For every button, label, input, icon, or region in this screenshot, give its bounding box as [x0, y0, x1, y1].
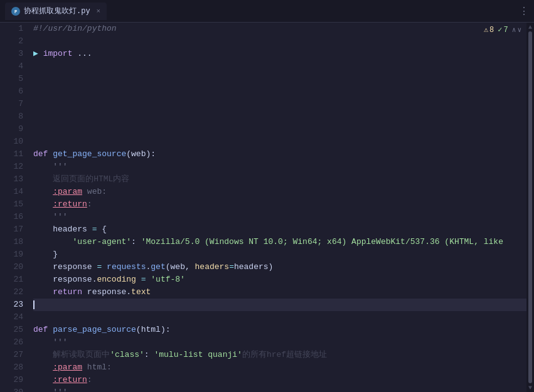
line-num-4: 4 — [0, 60, 23, 73]
line-num-24: 24 — [0, 311, 23, 324]
more-options-button[interactable]: ⋮ — [519, 5, 529, 18]
code-line-13: 返回页面的HTML内容 — [33, 173, 526, 186]
code-line-5 — [33, 73, 526, 85]
line-num-8: 8 — [0, 110, 23, 123]
line-num-18: 18 — [0, 236, 23, 248]
code-line-6 — [33, 85, 526, 98]
line-num-6: 6 — [0, 85, 23, 98]
svg-text:P: P — [14, 9, 17, 14]
line-num-26: 26 — [0, 336, 23, 349]
code-line-20: response = requests.get(web, headers=hea… — [33, 261, 526, 273]
line-num-13: 13 — [0, 173, 23, 186]
scroll-thumb[interactable] — [528, 31, 532, 383]
scroll-up-button[interactable]: ▲ — [527, 24, 533, 30]
code-line-28: :param html: — [33, 361, 526, 374]
code-line-15: :return: — [33, 198, 526, 211]
line-num-17: 17 — [0, 223, 23, 236]
line-num-25: 25 — [0, 324, 23, 336]
editor-body: ⚠ 8 ✓ 7 ∧ ∨ 1 2 3 4 5 6 7 8 9 10 11 1 — [0, 23, 534, 392]
file-tab[interactable]: P 协程抓取鬼吹灯.py × — [5, 3, 107, 20]
code-line-18: 'user-agent': 'Mozilla/5.0 (Windows NT 1… — [33, 236, 526, 248]
code-line-22: return response.text — [33, 286, 526, 299]
code-line-27: 解析读取页面中'class': 'mulu-list quanji'的所有hre… — [33, 349, 526, 361]
scroll-down-button[interactable]: ▼ — [527, 384, 533, 391]
code-line-29: :return: — [33, 374, 526, 386]
line-num-5: 5 — [0, 73, 23, 85]
tab-bar: P 协程抓取鬼吹灯.py × ⋮ — [0, 0, 534, 23]
code-line-17: headers = { — [33, 223, 526, 236]
code-line-3: ▶ import ... — [33, 48, 526, 60]
code-editor[interactable]: #!/usr/bin/python ▶ import ... def get_p… — [28, 23, 526, 392]
code-line-26: ''' — [33, 336, 526, 349]
line-num-19: 19 — [0, 248, 23, 261]
vertical-scrollbar[interactable]: ▲ ▼ — [526, 23, 534, 392]
line-num-7: 7 — [0, 98, 23, 110]
line-num-30: 30 — [0, 386, 23, 392]
line-num-28: 28 — [0, 361, 23, 374]
tab-filename: 协程抓取鬼吹灯.py — [24, 6, 90, 16]
line-num-16: 16 — [0, 211, 23, 223]
code-line-21: response.encoding = 'utf-8' — [33, 273, 526, 286]
code-line-16: ''' — [33, 211, 526, 223]
line-num-29: 29 — [0, 374, 23, 386]
line-num-1: 1 — [0, 23, 23, 35]
code-line-10 — [33, 135, 526, 148]
code-line-24 — [33, 311, 526, 324]
line-num-12: 12 — [0, 161, 23, 173]
line-num-21: 21 — [0, 273, 23, 286]
code-line-11: def get_page_source(web): — [33, 148, 526, 161]
line-num-11: 11 — [0, 148, 23, 161]
code-line-12: ''' — [33, 161, 526, 173]
line-num-9: 9 — [0, 123, 23, 135]
line-num-23: 23 — [0, 299, 23, 311]
code-line-7 — [33, 98, 526, 110]
code-line-8 — [33, 110, 526, 123]
code-line-23[interactable] — [33, 299, 526, 311]
python-icon: P — [11, 7, 20, 16]
code-line-2 — [33, 35, 526, 48]
line-num-15: 15 — [0, 198, 23, 211]
line-num-20: 20 — [0, 261, 23, 273]
line-num-14: 14 — [0, 186, 23, 198]
line-num-27: 27 — [0, 349, 23, 361]
code-line-30: ''' — [33, 386, 526, 392]
editor-window: P 协程抓取鬼吹灯.py × ⋮ ⚠ 8 ✓ 7 ∧ ∨ 1 — [0, 0, 534, 392]
line-num-22: 22 — [0, 286, 23, 299]
code-line-14: :param web: — [33, 186, 526, 198]
line-num-2: 2 — [0, 35, 23, 48]
line-numbers: 1 2 3 4 5 6 7 8 9 10 11 12 13 14 15 16 1… — [0, 23, 28, 392]
code-line-25: def parse_page_source(html): — [33, 324, 526, 336]
code-line-9 — [33, 123, 526, 135]
tab-close-button[interactable]: × — [97, 8, 101, 15]
line-num-3: 3 — [0, 48, 23, 60]
code-line-1: #!/usr/bin/python — [33, 23, 526, 35]
code-line-19: } — [33, 248, 526, 261]
code-line-4 — [33, 60, 526, 73]
line-num-10: 10 — [0, 135, 23, 148]
